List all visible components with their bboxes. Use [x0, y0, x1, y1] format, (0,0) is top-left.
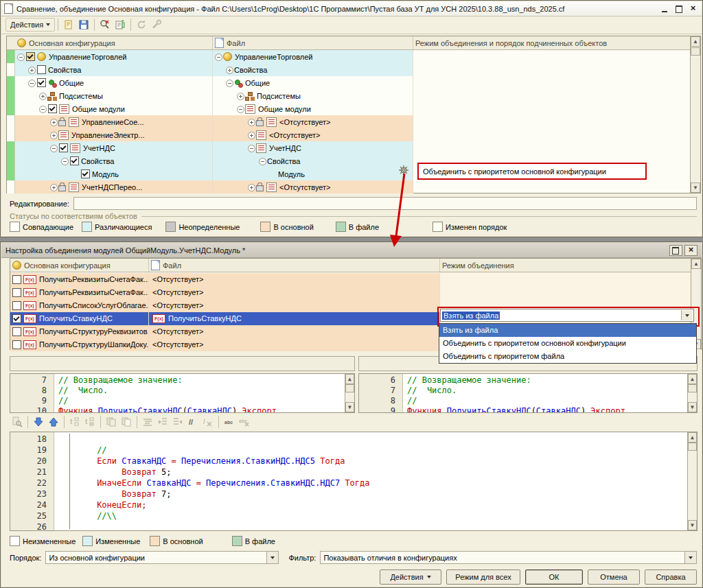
- merge-mode-cell[interactable]: [413, 141, 700, 154]
- main-config-cell[interactable]: ПолучитьСтруктуруРеквизитов...: [10, 325, 149, 338]
- checkbox[interactable]: [12, 288, 21, 297]
- dropdown-item[interactable]: Объединить с приоритетом основной конфиг…: [439, 337, 696, 350]
- main-config-cell[interactable]: Общие: [15, 76, 213, 89]
- pane-scrollbar[interactable]: [345, 374, 354, 412]
- tree-row[interactable]: ОбщиеОбщие: [7, 76, 700, 89]
- file-cell[interactable]: <Отсутствует>: [213, 128, 413, 141]
- collapse-icon[interactable]: [258, 154, 267, 167]
- merged-code-pane[interactable]: 181920212223242526 // Если СтавкаНДС = П…: [10, 432, 698, 531]
- refresh-icon[interactable]: [135, 18, 148, 32]
- scroll-down-button[interactable]: [688, 520, 697, 530]
- copy-block-icon[interactable]: [104, 415, 118, 429]
- merge-settings-icon[interactable]: [113, 18, 127, 32]
- main-config-cell[interactable]: УчетНДСПерео...: [15, 180, 213, 193]
- scroll-up-button[interactable]: [691, 259, 701, 269]
- indent-right-icon[interactable]: [156, 415, 170, 429]
- editing-field[interactable]: [73, 197, 697, 210]
- tree-row[interactable]: ПодсистемыПодсистемы: [7, 89, 700, 102]
- expand-icon[interactable]: [38, 89, 47, 102]
- merge-mode-cell[interactable]: [413, 89, 700, 102]
- table1-scrollbar[interactable]: [690, 36, 700, 193]
- code-text[interactable]: // Возвращаемое значение:// Число.//Функ…: [403, 374, 625, 412]
- main-config-cell[interactable]: Общие модули: [15, 102, 213, 115]
- remove-word-icon[interactable]: abc: [238, 415, 251, 429]
- file-cell[interactable]: ПолучитьСтавкуНДС: [149, 312, 440, 325]
- function-row[interactable]: ПолучитьРеквизитыСчетаФак...<Отсутствует…: [10, 285, 701, 298]
- merge-mode-combo[interactable]: Взять из файла: [440, 309, 694, 322]
- write-configuration-icon[interactable]: [62, 18, 76, 32]
- tree-row[interactable]: УчетНДСПерео...<Отсутствует>: [7, 180, 700, 193]
- collapse-icon[interactable]: [236, 102, 245, 115]
- collapse-icon[interactable]: [38, 102, 47, 115]
- file-cell[interactable]: УчетНДС: [213, 141, 413, 154]
- save-merge-settings-icon[interactable]: [77, 18, 91, 32]
- expand-icon[interactable]: [27, 63, 36, 76]
- next-difference-icon[interactable]: [32, 415, 45, 429]
- combo-dropdown-button[interactable]: [681, 310, 693, 320]
- main-config-cell[interactable]: Свойства: [15, 63, 213, 76]
- expand-icon[interactable]: [49, 115, 58, 128]
- merge-mode-cell[interactable]: [413, 50, 700, 63]
- file-cell[interactable]: <Отсутствует>: [213, 115, 413, 128]
- merge-mode-cell[interactable]: [413, 63, 700, 76]
- main-config-code-pane[interactable]: 78910// Возвращаемое значение:// Число./…: [10, 373, 355, 413]
- format-icon[interactable]: [141, 415, 154, 429]
- main-config-cell[interactable]: ПолучитьРеквизитыСчетаФак...: [10, 286, 149, 299]
- indent-left-icon[interactable]: [171, 415, 185, 429]
- filter-combo[interactable]: Показывать отличия в конфигурациях: [320, 551, 697, 564]
- syntax-check-icon[interactable]: abc: [222, 415, 236, 429]
- dropdown-item[interactable]: Объединить с приоритетом файла: [439, 350, 696, 363]
- merge-mode-cell[interactable]: [413, 76, 700, 89]
- merge-mode-cell[interactable]: [440, 272, 701, 286]
- pane-scrollbar[interactable]: [687, 374, 697, 412]
- cancel-button[interactable]: Отмена: [588, 569, 640, 585]
- pane-scrollbar[interactable]: [687, 432, 697, 530]
- collapse-icon[interactable]: [214, 50, 223, 63]
- merge-mode-cell[interactable]: [413, 115, 700, 128]
- collapse-icon[interactable]: [60, 154, 69, 167]
- expand-icon[interactable]: [49, 128, 58, 141]
- scrollbar-thumb[interactable]: [345, 384, 354, 392]
- main-config-cell[interactable]: ПолучитьСтавкуНДС: [10, 312, 149, 325]
- scroll-down-button[interactable]: [345, 402, 354, 412]
- file-cell[interactable]: Свойства: [213, 63, 413, 76]
- merge-mode-cell[interactable]: [413, 180, 700, 193]
- close-button[interactable]: [687, 4, 699, 14]
- file-cell[interactable]: Подсистемы: [213, 89, 413, 102]
- collapse-icon[interactable]: [49, 141, 58, 154]
- scroll-down-button[interactable]: [688, 402, 697, 412]
- tree-row[interactable]: УправлениеСое...<Отсутствует>: [7, 115, 700, 128]
- order-combo[interactable]: Из основной конфигурации: [45, 551, 279, 564]
- collapse-icon[interactable]: [16, 50, 25, 63]
- main-config-cell[interactable]: Модуль: [15, 167, 213, 180]
- compare-settings-icon[interactable]: [98, 18, 112, 32]
- checkbox[interactable]: [26, 52, 35, 61]
- combo-dropdown-button[interactable]: [684, 552, 696, 563]
- main-config-cell[interactable]: ПолучитьСписокУслугОблагае...: [10, 299, 149, 312]
- file-cell[interactable]: <Отсутствует>: [149, 325, 440, 338]
- scroll-down-button[interactable]: [691, 183, 700, 193]
- checkbox[interactable]: [81, 169, 90, 178]
- main-config-cell[interactable]: ПолучитьРеквизитыСчетаФак...: [10, 273, 149, 286]
- file-cell[interactable]: <Отсутствует>: [149, 273, 440, 286]
- checkbox[interactable]: [12, 327, 21, 336]
- merge-mode-cell[interactable]: [413, 128, 700, 141]
- file-cell[interactable]: <Отсутствует>: [149, 286, 440, 299]
- checkbox[interactable]: [12, 301, 21, 310]
- actions-button[interactable]: Действия: [380, 569, 441, 585]
- checkbox[interactable]: [70, 156, 79, 165]
- checkbox[interactable]: [37, 78, 46, 87]
- copy-all-blocks-icon[interactable]: [119, 415, 133, 429]
- expand-icon[interactable]: [225, 63, 234, 76]
- file-cell[interactable]: <Отсутствует>: [149, 299, 440, 312]
- file-cell[interactable]: <Отсутствует>: [213, 180, 413, 193]
- scroll-up-button[interactable]: [688, 374, 697, 384]
- tree-row[interactable]: УправлениеТорговлейУправлениеТорговлей: [7, 50, 700, 63]
- comment-icon[interactable]: //: [186, 415, 200, 429]
- tree-row[interactable]: УправлениеЭлектр...<Отсутствует>: [7, 128, 700, 141]
- combo-dropdown-button[interactable]: [266, 552, 278, 563]
- main-config-cell[interactable]: УправлениеЭлектр...: [15, 128, 213, 141]
- expand-icon[interactable]: [247, 180, 256, 193]
- main-config-cell[interactable]: ПолучитьСтруктуруШапкиДоку...: [10, 338, 149, 351]
- previous-difference-icon[interactable]: [47, 415, 60, 429]
